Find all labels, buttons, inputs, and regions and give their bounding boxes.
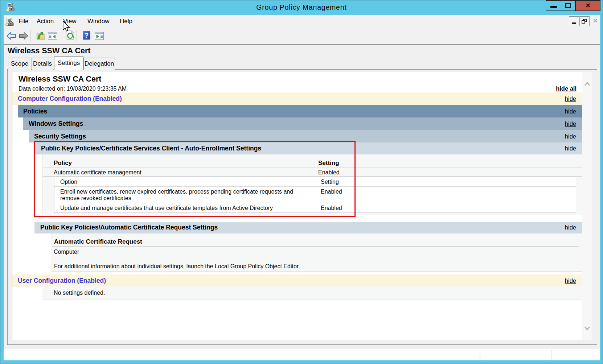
svg-text:?: ?: [85, 32, 89, 39]
